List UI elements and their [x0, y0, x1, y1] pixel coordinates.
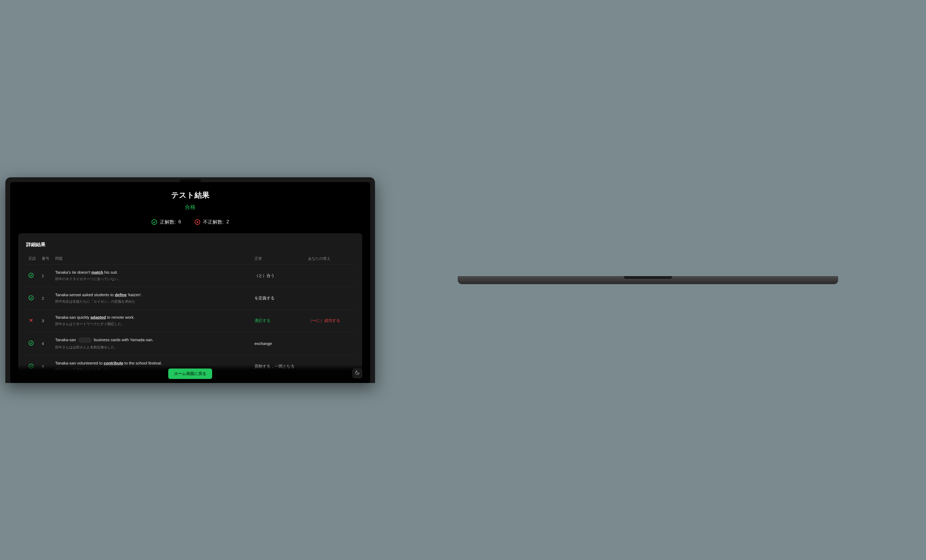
- home-button[interactable]: ホーム画面に戻る: [168, 369, 212, 379]
- correct-answer: 適応する: [252, 309, 306, 332]
- screen: テスト結果 合格 正解数: 6: [10, 182, 370, 383]
- row-number: 3: [39, 309, 53, 332]
- row-number: 2: [39, 287, 53, 309]
- question-translation: 田中先生は生徒たちに「カイゼン」の定義を求めた: [55, 299, 250, 304]
- check-circle-icon: [151, 219, 157, 225]
- results-table: 正誤 番号 問題 正答 あなたの答え 1Tanaka's tie doesn't…: [26, 253, 354, 378]
- question-translation: 田中のネクタイがスーツに合っていない。: [55, 277, 250, 282]
- correct-label: 正解数:: [160, 219, 176, 225]
- page-title: テスト結果: [18, 190, 362, 200]
- incorrect-count: 2: [226, 219, 229, 225]
- question-translation: 田中さんは山田さんと名刺交換をした。: [55, 345, 250, 350]
- question-translation: 田中さんはリモートワークにすぐ順応した。: [55, 322, 250, 327]
- x-circle-icon: [194, 219, 200, 225]
- column-number: 番号: [39, 253, 53, 265]
- question-cell: Tanaka-san business cards with Yamada-sa…: [53, 332, 252, 355]
- question-cell: Tanaka-sensei asked students to define '…: [53, 287, 252, 309]
- user-answer: [306, 287, 354, 309]
- correct-count: 6: [179, 219, 181, 225]
- column-answer: 正答: [252, 253, 306, 265]
- user-answer: [306, 264, 354, 287]
- table-header-row: 正誤 番号 問題 正答 あなたの答え: [26, 253, 354, 265]
- content-area: テスト結果 合格 正解数: 6: [10, 182, 370, 383]
- incorrect-score: 不正解数: 2: [194, 219, 229, 225]
- keyword: define: [115, 292, 127, 297]
- score-summary: 正解数: 6 不正解数: 2: [18, 219, 362, 225]
- incorrect-label: 不正解数:: [203, 219, 224, 225]
- user-answer: [306, 332, 354, 355]
- correct-answer: （と）合う: [252, 264, 306, 287]
- results-card: 詳細結果 正誤 番号 問題 正答 あなたの答え 1Tanaka's tie do…: [18, 233, 362, 383]
- keyword: adapted: [91, 315, 106, 319]
- correct-answer: を定義する: [252, 287, 306, 309]
- row-number: 4: [39, 332, 53, 355]
- question-english: Tanaka's tie doesn't match his suit.: [55, 270, 250, 274]
- check-circle-icon: [29, 274, 34, 279]
- blank-placeholder: [78, 338, 92, 343]
- question-english: Tanaka-san quickly adapted to remote wor…: [55, 315, 250, 319]
- laptop-frame: テスト結果 合格 正解数: 6: [5, 177, 375, 383]
- table-row: 1Tanaka's tie doesn't match his suit.田中の…: [26, 264, 354, 287]
- table-row: 4Tanaka-san business cards with Yamada-s…: [26, 332, 354, 355]
- column-question: 問題: [53, 253, 252, 265]
- table-row: 2Tanaka-sensei asked students to define …: [26, 287, 354, 309]
- theme-toggle-button[interactable]: [353, 369, 362, 378]
- table-row: 3Tanaka-san quickly adapted to remote wo…: [26, 309, 354, 332]
- header: テスト結果 合格: [18, 190, 362, 211]
- status-badge: 合格: [18, 204, 362, 211]
- row-number: 1: [39, 264, 53, 287]
- correct-answer: exchange: [252, 332, 306, 355]
- question-english: Tanaka-san business cards with Yamada-sa…: [55, 338, 250, 343]
- check-circle-icon: [29, 342, 34, 347]
- laptop-base: [458, 276, 838, 284]
- footer: ホーム画面に戻る: [10, 365, 370, 383]
- column-status: 正誤: [26, 253, 39, 265]
- keyword: match: [91, 270, 103, 274]
- moon-stars-icon: [355, 370, 360, 376]
- user-answer: （〜に）成功する: [306, 309, 354, 332]
- correct-score: 正解数: 6: [151, 219, 181, 225]
- column-user-answer: あなたの答え: [306, 253, 354, 265]
- check-circle-icon: [29, 297, 34, 301]
- x-icon: [29, 319, 34, 324]
- question-cell: Tanaka's tie doesn't match his suit.田中のネ…: [53, 264, 252, 287]
- card-title: 詳細結果: [26, 241, 354, 248]
- question-cell: Tanaka-san quickly adapted to remote wor…: [53, 309, 252, 332]
- question-english: Tanaka-sensei asked students to define '…: [55, 292, 250, 297]
